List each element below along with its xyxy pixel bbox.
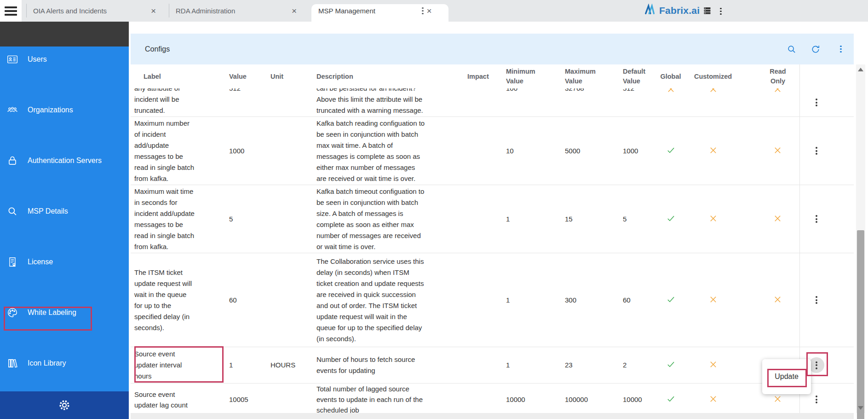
- row-actions-menu-button[interactable]: [806, 185, 827, 253]
- sidebar-item-organizations[interactable]: Organizations: [0, 97, 129, 122]
- close-icon[interactable]: ×: [149, 6, 158, 16]
- brand-name: Fabrix.ai: [659, 5, 700, 16]
- table-header-row: LabelValueUnitDescriptionImpactMinimum V…: [131, 64, 854, 89]
- books-icon: [6, 357, 18, 369]
- sidebar-item-label: License: [28, 258, 53, 266]
- config-max-value-cell: 32768: [565, 88, 611, 116]
- config-default-value-cell: 512: [623, 88, 660, 116]
- sidebar-item-label: Icon Library: [28, 359, 66, 367]
- sidebar-item-icon-library[interactable]: Icon Library: [0, 350, 129, 376]
- config-value-cell: 512: [229, 88, 268, 116]
- config-description-cell: Kafka batch timeout configuation tobe se…: [316, 185, 459, 253]
- config-row-2: Maximum numberof incidentadd/updatemessa…: [131, 117, 854, 185]
- config-row-3: Maximum wait timein seconds forincident …: [131, 185, 854, 253]
- config-row-1: any attribute ofincident will betruncate…: [131, 88, 854, 117]
- update-menu-item[interactable]: Update: [775, 372, 799, 381]
- table-body: any attribute ofincident will betruncate…: [131, 88, 854, 416]
- tab-oia-alerts[interactable]: OIA Alerts and Incidents ×: [33, 0, 160, 22]
- config-max-value-cell: 23: [565, 347, 611, 383]
- config-readonly-cross-icon: [768, 185, 787, 253]
- sidebar-item-msp-details[interactable]: MSP Details: [0, 198, 129, 224]
- gear-icon[interactable]: [57, 398, 72, 413]
- tab-title: RDA Administration: [176, 7, 290, 15]
- more-vertical-icon[interactable]: [834, 42, 848, 56]
- config-value-cell: 5: [229, 185, 268, 253]
- column-header-global: Global: [657, 64, 684, 88]
- vertical-scrollbar[interactable]: [856, 64, 865, 413]
- row-actions-menu-button[interactable]: [806, 253, 827, 347]
- app-root: OIA Alerts and Incidents × RDA Administr…: [0, 0, 868, 419]
- palette-icon: [6, 307, 18, 319]
- sidebar-item-label: Users: [28, 55, 47, 64]
- row-actions-menu-button[interactable]: [806, 117, 827, 185]
- scroll-up-icon[interactable]: [858, 68, 863, 71]
- more-vertical-icon[interactable]: [719, 6, 723, 17]
- config-min-value-cell: 1: [506, 253, 550, 347]
- license-doc-icon: [6, 256, 18, 268]
- sidebar-item-authentication-servers[interactable]: Authentication Servers: [0, 148, 129, 173]
- config-max-value-cell: 5000: [565, 117, 611, 185]
- brand: Fabrix.ai: [644, 4, 700, 17]
- config-description-cell: Number of hours to fetch sourceevents fo…: [316, 347, 459, 383]
- config-min-value-cell: 100: [506, 88, 550, 116]
- tab-menu-icon[interactable]: [420, 6, 425, 16]
- search-icon[interactable]: [786, 44, 797, 55]
- config-readonly-cross-icon: [768, 117, 787, 185]
- sidebar-item-label: White Labeling: [28, 308, 76, 317]
- horizontal-scrollbar-track[interactable]: [131, 413, 854, 419]
- config-unit-cell: HOURS: [270, 347, 314, 383]
- sidebar-footer: [0, 391, 129, 419]
- config-row-4: The ITSM ticketupdate request willwait i…: [131, 253, 854, 347]
- sidebar-nav: UsersOrganizationsAuthentication Servers…: [0, 47, 129, 391]
- scroll-down-icon[interactable]: [858, 406, 863, 410]
- tab-separator: [26, 4, 27, 17]
- config-value-cell: 1000: [229, 117, 268, 185]
- tab-rda-administration[interactable]: RDA Administration ×: [176, 0, 301, 22]
- fabrix-logo-icon: [644, 4, 657, 17]
- config-global-cross-icon: [661, 88, 680, 116]
- sidebar-item-users[interactable]: Users: [0, 47, 129, 72]
- configs-panel-header: Configs: [131, 34, 854, 64]
- refresh-icon[interactable]: [810, 44, 821, 55]
- configs-panel: Configs LabelValueUnitDescriptionImpactM…: [131, 34, 854, 413]
- config-value-cell: 10005: [229, 384, 268, 415]
- config-default-value-cell: 60: [623, 253, 660, 347]
- hamburger-menu-icon[interactable]: [0, 0, 22, 22]
- config-value-cell: 1: [229, 347, 268, 383]
- config-description-cell: Kafka batch reading configuation tobe se…: [316, 117, 459, 185]
- config-description-cell: Total number of lagged sourceevents to u…: [316, 384, 459, 415]
- config-default-value-cell: 10000: [623, 384, 660, 415]
- tab-separator: [169, 4, 169, 17]
- column-header-label: Label: [144, 64, 203, 88]
- sidebar-header-block: [0, 22, 129, 47]
- config-min-value-cell: 1: [506, 185, 550, 253]
- sidebar-item-white-labeling[interactable]: White Labeling: [0, 300, 129, 325]
- config-customized-cross-icon: [704, 88, 722, 116]
- column-header-minimum-value: Minimum Value: [506, 64, 539, 88]
- config-description-cell: can be persisted for an incident?Above t…: [316, 88, 459, 116]
- config-global-check-icon: [661, 253, 680, 347]
- config-min-value-cell: 10: [506, 117, 550, 185]
- sidebar-item-label: Authentication Servers: [28, 157, 102, 165]
- config-readonly-cross-icon: [768, 88, 787, 116]
- config-max-value-cell: 15: [565, 185, 611, 253]
- config-label-cell: Maximum wait timein seconds forincident …: [134, 185, 221, 253]
- scrollbar-thumb[interactable]: [857, 230, 864, 419]
- tab-msp-management[interactable]: MSP Management ×: [318, 0, 446, 22]
- tab-title: MSP Management: [318, 7, 420, 15]
- config-global-check-icon: [661, 347, 680, 383]
- config-customized-cross-icon: [704, 253, 722, 347]
- close-icon[interactable]: ×: [425, 6, 434, 16]
- close-icon[interactable]: ×: [290, 6, 299, 16]
- column-header-read-only: Read Only: [766, 64, 790, 88]
- config-global-check-icon: [661, 117, 680, 185]
- config-label-cell: Maximum numberof incidentadd/updatemessa…: [134, 117, 221, 185]
- row-actions-menu-button[interactable]: [806, 88, 827, 116]
- column-header-unit: Unit: [270, 64, 303, 88]
- sidebar-item-license[interactable]: License: [0, 249, 129, 274]
- config-max-value-cell: 100000: [565, 384, 611, 415]
- server-icon[interactable]: [702, 6, 712, 17]
- config-max-value-cell: 300: [565, 253, 611, 347]
- config-customized-cross-icon: [704, 117, 722, 185]
- browser-tab-bar: OIA Alerts and Incidents × RDA Administr…: [0, 0, 868, 22]
